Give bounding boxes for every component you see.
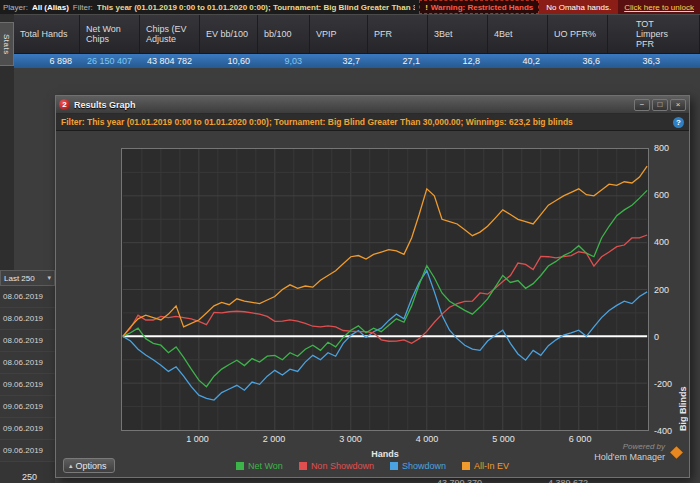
legend-item: Non Showdown xyxy=(299,461,374,471)
brand-name: Hold'em Manager xyxy=(594,452,665,462)
warning-icon: ! xyxy=(425,3,428,12)
stat-value: 10,60 xyxy=(200,54,258,68)
legend-swatch-icon xyxy=(390,462,398,470)
left-tab-strip: Stats xyxy=(0,14,14,270)
legend-item: Showdown xyxy=(390,461,446,471)
y-tick-label: -200 xyxy=(654,379,672,389)
legend-item: Net Won xyxy=(236,461,283,471)
session-date-row[interactable]: 09.06.2019 xyxy=(0,396,55,418)
x-tick-label: 1 000 xyxy=(186,434,209,444)
column-header[interactable]: Net Won Chips xyxy=(80,15,140,53)
window-controls: − □ × xyxy=(634,99,686,111)
partial-total-value: -4 389 672 xyxy=(545,478,588,483)
column-header[interactable]: EV bb/100 xyxy=(200,15,258,53)
legend-swatch-icon xyxy=(462,462,470,470)
minimize-button[interactable]: − xyxy=(634,99,650,111)
column-header[interactable]: Total Hands xyxy=(14,15,80,53)
stat-value: 27,1 xyxy=(368,54,428,68)
graph-filter-text: Filter: This year (01.01.2019 0:00 to 01… xyxy=(61,117,573,127)
stat-value: 9,03 xyxy=(258,54,310,68)
legend-swatch-icon xyxy=(299,462,307,470)
column-header[interactable]: Chips (EV Adjuste xyxy=(140,15,200,53)
maximize-button[interactable]: □ xyxy=(652,99,668,111)
window-title: Results Graph xyxy=(74,100,136,110)
stat-value: 43 804 782 xyxy=(140,54,200,68)
y-axis-title: Big Blinds xyxy=(678,148,688,431)
y-tick-label: 0 xyxy=(654,332,659,342)
column-header[interactable]: UO PFR% xyxy=(548,15,608,53)
y-tick-label: 400 xyxy=(654,237,669,247)
stat-value: 6 898 xyxy=(14,54,80,68)
stats-table-header: Total HandsNet Won ChipsChips (EV Adjust… xyxy=(14,14,700,54)
x-tick-label: 4 000 xyxy=(416,434,439,444)
powered-by: Powered by Hold'em Manager xyxy=(594,442,665,462)
warning-detail: No Omaha hands. xyxy=(539,0,618,14)
column-header[interactable]: TOT Limpers PFR xyxy=(608,15,700,53)
results-graph-window: 2 Results Graph − □ × Filter: This year … xyxy=(55,95,690,478)
legend-label: Net Won xyxy=(248,461,283,471)
hm2-window: Player: All (Alias) Filter: This year (0… xyxy=(0,0,700,483)
hands-filter-label: Last 250 xyxy=(4,274,35,283)
session-date-row[interactable]: 08.06.2019 xyxy=(0,352,55,374)
close-button[interactable]: × xyxy=(670,99,686,111)
player-label: Player: xyxy=(3,3,28,12)
hands-filter-dropdown[interactable]: Last 250 ▾ xyxy=(0,270,55,286)
session-date-row[interactable]: 09.06.2019 xyxy=(0,440,55,462)
session-date-row[interactable]: 08.06.2019 xyxy=(0,286,55,308)
filter-summary[interactable]: This year (01.01.2019 0:00 to 01.01.2020… xyxy=(97,3,415,12)
filter-label: Filter: xyxy=(73,3,93,12)
stat-value: 36,3 xyxy=(608,54,700,68)
help-icon[interactable]: ? xyxy=(673,117,684,128)
stat-value: 36,6 xyxy=(548,54,608,68)
x-axis-title: Hands xyxy=(121,449,649,459)
session-count: 250 xyxy=(22,472,37,482)
y-tick-label: 800 xyxy=(654,143,669,153)
session-date-row[interactable]: 09.06.2019 xyxy=(0,418,55,440)
series-net-won xyxy=(123,190,647,386)
chevron-up-icon: ▴ xyxy=(69,462,73,470)
warning-restricted-hands: ! Warning: Restricted Hands xyxy=(419,0,539,14)
graph-filter-bar: Filter: This year (01.01.2019 0:00 to 01… xyxy=(56,114,689,131)
column-header[interactable]: 3Bet xyxy=(428,15,488,53)
warning-banner: ! Warning: Restricted Hands No Omaha han… xyxy=(419,0,700,14)
powered-by-text: Powered by xyxy=(594,442,665,452)
session-date-list: 08.06.201908.06.201908.06.201908.06.2019… xyxy=(0,286,55,462)
column-header[interactable]: bb/100 xyxy=(258,15,310,53)
player-selector[interactable]: All (Alias) xyxy=(32,3,69,12)
partial-total-value: 43 790 370 xyxy=(437,478,482,483)
legend-label: Non Showdown xyxy=(311,461,374,471)
options-button[interactable]: ▴ Options xyxy=(63,458,115,473)
stat-value: 32,7 xyxy=(310,54,368,68)
results-chart: 8006004002000-200-400 1 0002 0003 0004 0… xyxy=(56,131,689,477)
unlock-link[interactable]: Click here to unlock xyxy=(618,0,700,14)
session-date-row[interactable]: 09.06.2019 xyxy=(0,374,55,396)
legend-label: Showdown xyxy=(402,461,446,471)
stat-value: 26 150 407 xyxy=(80,54,140,68)
series-all-in-ev xyxy=(123,166,647,336)
y-tick-label: 600 xyxy=(654,190,669,200)
column-header[interactable]: 4Bet xyxy=(488,15,548,53)
session-date-row[interactable]: 08.06.2019 xyxy=(0,308,55,330)
results-graph-titlebar[interactable]: 2 Results Graph − □ × xyxy=(56,96,689,114)
tab-stats[interactable]: Stats xyxy=(0,22,14,66)
chevron-down-icon: ▾ xyxy=(47,274,51,282)
session-date-row[interactable]: 08.06.2019 xyxy=(0,330,55,352)
legend-swatch-icon xyxy=(236,462,244,470)
hm2-logo-icon: 2 xyxy=(59,99,70,110)
stat-value: 40,2 xyxy=(488,54,548,68)
x-tick-label: 5 000 xyxy=(492,434,515,444)
options-label: Options xyxy=(76,461,107,471)
x-tick-label: 3 000 xyxy=(339,434,362,444)
column-header[interactable]: PFR xyxy=(368,15,428,53)
column-header[interactable]: VPIP xyxy=(310,15,368,53)
chart-legend: Net WonNon ShowdownShowdownAll-In EV xyxy=(56,461,689,471)
tab-stats-label: Stats xyxy=(2,34,11,55)
legend-label: All-In EV xyxy=(474,461,509,471)
stats-table-row[interactable]: 6 89826 150 40743 804 78210,609,0332,727… xyxy=(14,54,700,68)
x-tick-label: 2 000 xyxy=(263,434,286,444)
y-tick-label: 200 xyxy=(654,285,669,295)
plot-area xyxy=(121,148,649,431)
x-tick-label: 6 000 xyxy=(569,434,592,444)
sessions-panel: Last 250 ▾ 08.06.201908.06.201908.06.201… xyxy=(0,270,55,483)
legend-item: All-In EV xyxy=(462,461,509,471)
